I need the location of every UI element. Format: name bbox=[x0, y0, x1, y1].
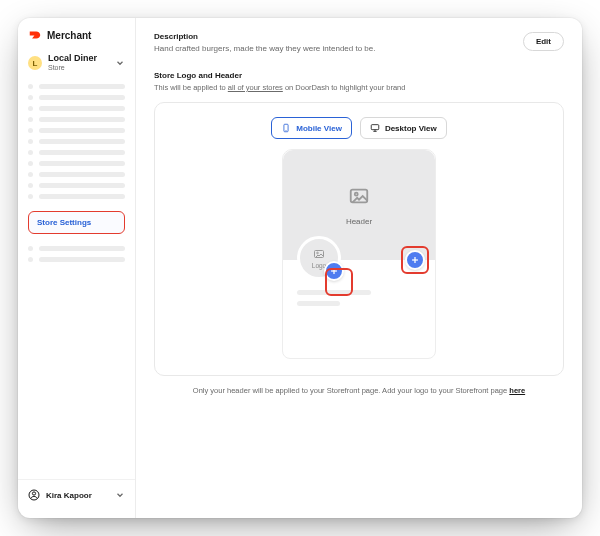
mobile-view-toggle[interactable]: Mobile View bbox=[271, 117, 352, 139]
sidebar-item-placeholder[interactable] bbox=[28, 246, 125, 251]
edit-description-button[interactable]: Edit bbox=[523, 32, 564, 51]
user-name: Kira Kapoor bbox=[46, 491, 92, 500]
svg-point-8 bbox=[355, 192, 358, 195]
main-content: Description Hand crafted burgers, made t… bbox=[136, 18, 582, 518]
sidebar-item-placeholder[interactable] bbox=[28, 161, 125, 166]
sidebar-item-placeholder[interactable] bbox=[28, 183, 125, 188]
sidebar-item-placeholder[interactable] bbox=[28, 150, 125, 155]
all-stores-link[interactable]: all of your stores bbox=[228, 83, 283, 92]
sidebar-item-placeholder[interactable] bbox=[28, 95, 125, 100]
desktop-icon bbox=[370, 123, 380, 133]
mobile-view-label: Mobile View bbox=[296, 124, 342, 133]
sidebar-item-placeholder[interactable] bbox=[28, 117, 125, 122]
sidebar-item-placeholder[interactable] bbox=[28, 84, 125, 89]
sidebar: Merchant L Local Diner Store bbox=[18, 18, 136, 518]
user-menu[interactable]: Kira Kapoor bbox=[18, 479, 135, 512]
sidebar-nav: Store Settings bbox=[18, 80, 135, 262]
add-header-button[interactable] bbox=[405, 250, 425, 270]
text-placeholder bbox=[297, 290, 371, 295]
description-section: Description Hand crafted burgers, made t… bbox=[154, 32, 564, 53]
subtitle-pre: This will be applied to bbox=[154, 83, 228, 92]
plus-icon bbox=[410, 255, 420, 265]
add-logo-button[interactable] bbox=[324, 261, 344, 281]
description-label: Description bbox=[154, 32, 375, 41]
store-avatar: L bbox=[28, 56, 42, 70]
logo-header-title: Store Logo and Header bbox=[154, 71, 564, 80]
sidebar-item-placeholder[interactable] bbox=[28, 139, 125, 144]
svg-rect-4 bbox=[371, 125, 379, 130]
desktop-view-toggle[interactable]: Desktop View bbox=[360, 117, 447, 139]
chevron-down-icon bbox=[115, 486, 125, 504]
sidebar-item-placeholder[interactable] bbox=[28, 194, 125, 199]
brand: Merchant bbox=[18, 28, 135, 50]
brand-logo-icon bbox=[28, 28, 42, 42]
store-type: Store bbox=[48, 64, 97, 72]
sidebar-item-placeholder[interactable] bbox=[28, 172, 125, 177]
svg-point-1 bbox=[32, 492, 35, 495]
sidebar-item-store-settings[interactable]: Store Settings bbox=[28, 211, 125, 234]
phone-preview: Header Logo bbox=[282, 149, 436, 359]
brand-name: Merchant bbox=[47, 30, 91, 41]
logo-preview: Logo bbox=[297, 236, 341, 280]
subtitle-post: on DoorDash to highlight your brand bbox=[283, 83, 406, 92]
chevron-down-icon bbox=[115, 54, 125, 72]
image-placeholder-icon bbox=[313, 248, 325, 260]
mobile-icon bbox=[281, 123, 291, 133]
storefront-here-link[interactable]: here bbox=[509, 386, 525, 395]
plus-icon bbox=[329, 266, 339, 276]
header-label: Header bbox=[346, 217, 372, 226]
user-avatar-icon bbox=[28, 489, 40, 501]
app-window: Merchant L Local Diner Store bbox=[18, 18, 582, 518]
view-toggle: Mobile View Desktop View bbox=[169, 117, 549, 139]
svg-point-12 bbox=[317, 252, 319, 254]
footnote: Only your header will be applied to your… bbox=[154, 386, 564, 395]
header-preview: Header Logo bbox=[283, 150, 435, 260]
sidebar-item-label: Store Settings bbox=[37, 218, 91, 227]
desktop-view-label: Desktop View bbox=[385, 124, 437, 133]
logo-header-subtitle: This will be applied to all of your stor… bbox=[154, 83, 564, 92]
store-name: Local Diner bbox=[48, 54, 97, 64]
description-text: Hand crafted burgers, made the way they … bbox=[154, 44, 375, 53]
store-switcher[interactable]: L Local Diner Store bbox=[18, 50, 135, 80]
footnote-text: Only your header will be applied to your… bbox=[193, 386, 509, 395]
preview-card: Mobile View Desktop View Header bbox=[154, 102, 564, 376]
sidebar-item-placeholder[interactable] bbox=[28, 106, 125, 111]
sidebar-item-placeholder[interactable] bbox=[28, 128, 125, 133]
text-placeholder bbox=[297, 301, 340, 306]
image-placeholder-icon bbox=[348, 185, 370, 211]
sidebar-item-placeholder[interactable] bbox=[28, 257, 125, 262]
